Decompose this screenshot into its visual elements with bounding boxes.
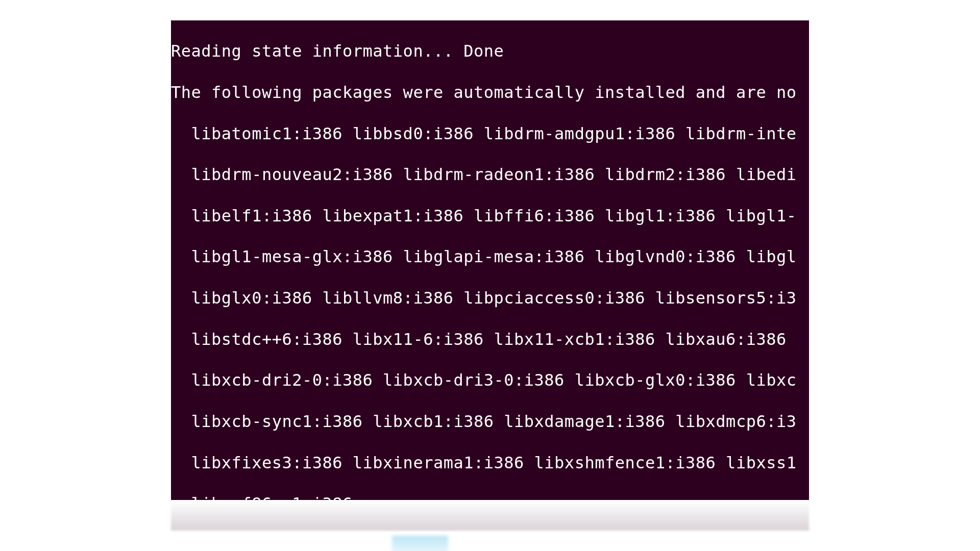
output-line: libxcb-dri2-0:i386 libxcb-dri3-0:i386 li… — [171, 370, 809, 390]
output-line: libelf1:i386 libexpat1:i386 libffi6:i386… — [171, 206, 809, 226]
terminal-output: Reading state information... Done The fo… — [171, 20, 809, 500]
output-line: libatomic1:i386 libbsd0:i386 libdrm-amdg… — [171, 123, 809, 144]
output-line: libxfixes3:i386 libxinerama1:i386 libxsh… — [171, 453, 809, 473]
output-line: libglx0:i386 libllvm8:i386 libpciaccess0… — [171, 288, 809, 308]
output-line: libstdc++6:i386 libx11-6:i386 libx11-xcb… — [171, 329, 809, 349]
output-line: libxxf86vm1:i386 — [171, 493, 809, 500]
reflection-highlight-decoration — [392, 536, 448, 551]
output-line: libgl1-mesa-glx:i386 libglapi-mesa:i386 … — [171, 246, 809, 267]
output-line: libxcb-sync1:i386 libxcb1:i386 libxdamag… — [171, 411, 809, 432]
reflection-decoration — [171, 500, 809, 531]
output-line: libdrm-nouveau2:i386 libdrm-radeon1:i386… — [171, 164, 809, 185]
output-line: Reading state information... Done — [171, 41, 809, 61]
terminal-window[interactable]: Reading state information... Done The fo… — [171, 20, 809, 500]
output-line: The following packages were automaticall… — [171, 82, 809, 103]
